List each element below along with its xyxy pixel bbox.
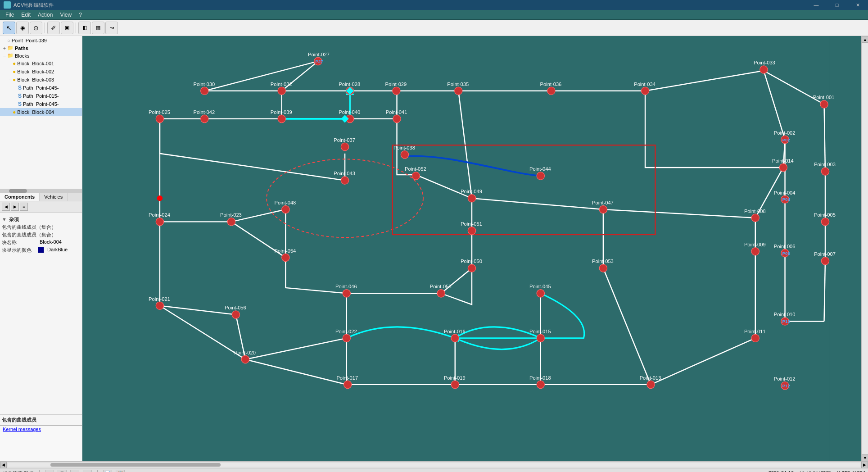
svg-point-103 (241, 355, 249, 363)
comp-tool-2[interactable]: ▶ (11, 203, 19, 211)
vscroll-track[interactable] (862, 43, 868, 454)
svg-point-57 (751, 214, 759, 222)
toolbar: ↖ ◉ ⊙ ✐ ▣ ◧ ▦ ↝ (0, 20, 868, 36)
tree-label-paths: Paths (15, 45, 28, 51)
menu-file[interactable]: File (2, 11, 18, 19)
svg-point-99 (451, 334, 459, 342)
svg-text:Point-013: Point-013 (640, 375, 661, 381)
prop-row-lines: 包含的直线成员（集合） (2, 231, 80, 238)
tree-item-block003[interactable]: − ● Block Block-003 (0, 76, 82, 84)
tree-expand-paths[interactable]: + (2, 45, 7, 51)
tree-icon-block001: ● (13, 60, 16, 67)
comp-tool-1[interactable]: ◀ (2, 203, 10, 211)
svg-text:Point-010: Point-010 (774, 312, 796, 317)
svg-text:Point-025: Point-025 (149, 109, 170, 115)
svg-text:Point-051: Point-051 (461, 221, 482, 227)
svg-point-5 (760, 66, 768, 73)
tree-hscroll[interactable] (0, 189, 82, 193)
horizontal-scrollbar[interactable]: ◀ ▶ (0, 461, 868, 468)
tree-item-path-045a[interactable]: S Path Point-045- (0, 84, 82, 92)
edit-tool-button[interactable]: ✐ (47, 22, 60, 34)
svg-text:Point-004: Point-004 (774, 190, 796, 195)
nav-down-button[interactable]: ⌄ (70, 470, 79, 472)
tree-item-point[interactable]: ○ Point Point-039 (0, 37, 82, 44)
vscroll-up-button[interactable]: ▲ (862, 36, 868, 43)
tree-icon-blocks: 📁 (7, 53, 14, 59)
tree-hscroll-thumb[interactable] (9, 189, 27, 193)
tree-expand-blocks[interactable]: − (2, 53, 7, 59)
svg-point-80 (821, 257, 829, 265)
svg-text:Point-001: Point-001 (813, 95, 835, 100)
svg-text:P27: P27 (315, 59, 323, 64)
left-panel: ○ Point Point-039 + 📁 Paths − 📁 Blocks ●… (0, 36, 82, 461)
svg-point-69 (751, 248, 759, 255)
eye-tool-button[interactable]: ◉ (16, 22, 29, 34)
kernel-messages-link[interactable]: Kernel messages (0, 426, 82, 433)
nav-next-button[interactable]: > (83, 470, 92, 472)
tree-item-block002[interactable]: ● Block Block-002 (0, 68, 82, 76)
block-tool-button[interactable]: ▦ (92, 22, 104, 34)
nav-up-button[interactable]: ⌒ (58, 470, 67, 472)
menu-action[interactable]: Action (34, 11, 56, 19)
svg-text:Point-023: Point-023 (220, 212, 242, 218)
path-tool-button[interactable]: ↝ (105, 22, 118, 34)
svg-point-76 (468, 264, 475, 272)
svg-point-90 (537, 290, 544, 297)
tree-item-blocks[interactable]: − 📁 Blocks (0, 52, 82, 59)
menu-view[interactable]: View (56, 11, 75, 19)
svg-text:Point-009: Point-009 (744, 242, 766, 247)
hscroll-right-button[interactable]: ▶ (861, 462, 868, 468)
svg-text:Point-019: Point-019 (444, 375, 466, 381)
statusbar: 当前选项:鼠标 < ⌒ ⌄ > 📄 📋 2021-04-16 10:45:51(… (0, 468, 868, 472)
section-collapse-misc[interactable]: ▼ (2, 217, 7, 222)
menu-help[interactable]: ? (75, 11, 86, 19)
svg-point-82 (156, 302, 163, 309)
svg-text:Point-029: Point-029 (385, 82, 407, 87)
layer-tool-button[interactable]: ◧ (78, 22, 91, 34)
point-tool-button[interactable]: ⊙ (30, 22, 42, 34)
image-tool-button[interactable]: ▣ (61, 22, 73, 34)
maximize-button[interactable]: □ (827, 0, 847, 10)
page-icon-1[interactable]: 📄 (103, 470, 112, 472)
hscroll-thumb[interactable] (50, 463, 221, 467)
canvas-area[interactable]: Point-027 P27 Point-033 Point-030 Point-… (82, 36, 861, 461)
minimize-button[interactable]: — (806, 0, 827, 10)
svg-text:Point-055: Point-055 (430, 284, 452, 289)
comp-tool-3[interactable]: ≡ (20, 203, 28, 211)
tab-vehicles[interactable]: Vehicles (40, 193, 68, 201)
svg-text:Point-053: Point-053 (592, 259, 614, 264)
tree-expand-block003[interactable]: − (7, 77, 13, 82)
svg-point-23 (156, 115, 163, 123)
svg-point-59 (821, 218, 829, 226)
tree-item-path-045b[interactable]: S Path Point-045- (0, 100, 82, 108)
select-tool-button[interactable]: ↖ (3, 22, 15, 34)
tree-area[interactable]: ○ Point Point-039 + 📁 Paths − 📁 Blocks ●… (0, 36, 82, 189)
svg-point-13 (393, 87, 400, 95)
svg-text:Point-028: Point-028 (339, 82, 360, 87)
svg-point-55 (599, 205, 607, 213)
tree-icon-block004: ● (13, 109, 16, 115)
tree-item-paths[interactable]: + 📁 Paths (0, 44, 82, 52)
nav-prev-button[interactable]: < (45, 470, 54, 472)
svg-text:Point-046: Point-046 (335, 284, 357, 289)
svg-text:Point-022: Point-022 (335, 329, 357, 334)
tree-item-block001[interactable]: ● Block Block-001 (0, 59, 82, 68)
page-icon-2[interactable]: 📋 (116, 470, 125, 472)
svg-text:Point-039: Point-039 (271, 109, 292, 115)
vscroll-down-button[interactable]: ▼ (862, 454, 868, 461)
tree-label-point: Point Point-039 (12, 38, 47, 43)
close-button[interactable]: ✕ (847, 0, 868, 10)
messages-area: Kernel messages (0, 425, 82, 461)
menu-edit[interactable]: Edit (18, 11, 34, 19)
tree-label-path045a: Path Point-045- (23, 85, 59, 91)
tree-icon-point: ○ (7, 38, 10, 43)
vertical-scrollbar[interactable]: ▲ ▼ (861, 36, 868, 461)
tab-components[interactable]: Components (0, 193, 40, 201)
tree-item-block004[interactable]: ● Block Block-004 (0, 108, 82, 116)
map-svg[interactable]: Point-027 P27 Point-033 Point-030 Point-… (82, 36, 861, 461)
hscroll-track[interactable] (8, 463, 860, 467)
hscroll-left-button[interactable]: ◀ (0, 462, 7, 468)
tree-item-path-015[interactable]: S Path Point-015- (0, 92, 82, 100)
svg-text:Point-008: Point-008 (744, 209, 766, 214)
svg-point-86 (343, 290, 350, 297)
